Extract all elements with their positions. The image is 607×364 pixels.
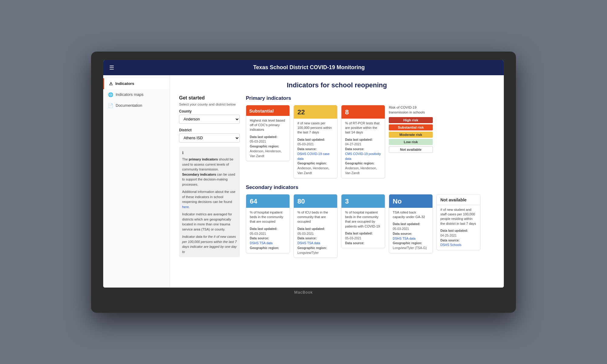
sidebar-item-label: Indicators maps: [116, 92, 144, 97]
indicator-value-3: 3: [341, 194, 385, 208]
geo-value-2: Anderson, Henderson, Van Zandt: [345, 166, 377, 175]
info-text-4: Indicator data for the # of new cases pe…: [182, 234, 237, 254]
indicator-value-na: Not available: [437, 194, 480, 205]
laptop-screen: ☰ Texas School District COVID-19 Monitor…: [103, 60, 504, 288]
sidebar-item-indicators[interactable]: ⚠ Indicators: [103, 78, 170, 89]
county-select[interactable]: Anderson: [179, 115, 240, 124]
geo-label-s1: Geographic region:: [297, 246, 327, 250]
hamburger-icon[interactable]: ☰: [109, 64, 114, 71]
indicator-desc-0: Highest risk level based off of CDC's pr…: [250, 118, 286, 132]
geo-value-s1: Longview/Tyler: [297, 251, 319, 254]
sidebar-item-label: Documentation: [116, 103, 142, 108]
indicator-card-3: 3 % of hospital inpatient beds in the co…: [341, 194, 385, 248]
source-link-s3[interactable]: DSHS TSA data: [393, 237, 415, 240]
county-label: County: [179, 109, 240, 113]
top-bar: ☰ Texas School District COVID-19 Monitor…: [103, 60, 504, 75]
page-title: Indicators for school reopening: [179, 81, 495, 89]
select-county-label: Select your county and district below: [179, 103, 240, 106]
indicator-card-64: 64 % of hospital inpatient beds in the c…: [246, 194, 290, 253]
risk-legend: Risk of COVID-19 transmission in schools…: [389, 105, 433, 154]
indicator-card-substantial: Substantial Highest risk level based off…: [246, 105, 290, 161]
indicator-card-22: 22 # of new cases per 100,000 persons wi…: [293, 105, 337, 178]
indicator-body-na: # of new student and staff cases per 100…: [437, 205, 480, 250]
geo-value-0: Anderson, Henderson, Van Zandt: [250, 149, 282, 158]
indicator-meta-s1: Data last updated: 05-03-2021 Data sourc…: [297, 227, 334, 255]
source-label-s0: Data source:: [250, 236, 269, 240]
updated-value-s4: 04-25-2021: [440, 234, 457, 237]
source-link-s1[interactable]: DSHS TSA data: [297, 241, 320, 245]
primary-section-title: Primary indicators: [246, 95, 495, 101]
info-icon: ℹ: [182, 150, 237, 156]
content-columns: Get started Select your county and distr…: [179, 95, 495, 264]
indicator-body-3: % of hospital inpatient beds in the comm…: [341, 208, 385, 248]
indicator-value-64: 64: [246, 194, 290, 208]
indicator-meta-0: Data last updated: 05-03-2021 Geographic…: [250, 135, 286, 159]
updated-value-0: 05-03-2021: [250, 140, 266, 143]
updated-value-s3: 05-03-2021: [393, 227, 409, 231]
indicator-desc-2: % of RT-PCR tests that are positive with…: [345, 121, 381, 135]
county-select-wrapper: County Anderson: [179, 109, 240, 124]
updated-value-s0: 05-03-2021: [250, 232, 266, 235]
indicator-card-not-available: Not available # of new student and staff…: [436, 194, 480, 251]
updated-label-s0: Data last updated:: [250, 227, 277, 231]
primary-indicators-row: Substantial Highest risk level based off…: [246, 105, 495, 178]
sidebar-item-label: Indicators: [115, 81, 134, 86]
indicator-body-no: TSA rolled back capacity under GA-32 Dat…: [389, 208, 432, 253]
indicator-body-22: # of new cases per 100,000 persons withi…: [294, 119, 337, 178]
app-layout: ⚠ Indicators 🌐 Indicators maps 📄 Documen…: [103, 75, 504, 288]
source-link-2[interactable]: CMS COVID-19 positivity data: [345, 152, 381, 160]
indicator-desc-s1: % of ICU beds in the community that are …: [297, 210, 334, 224]
macbook-label: MacBook: [103, 290, 504, 295]
indicator-value-substantial: Substantial: [246, 105, 290, 116]
warning-icon: ⚠: [109, 81, 113, 86]
info-text-1: The primary indicators should be used to…: [182, 157, 237, 187]
geo-label-1: Geographic region:: [297, 161, 327, 165]
risk-low: Low risk: [389, 139, 433, 145]
info-box: ℹ The primary indicators should be used …: [179, 147, 240, 258]
source-label-1: Data source:: [297, 147, 317, 151]
source-link-s0[interactable]: DSHS TSA data: [250, 241, 273, 245]
updated-value-s1: 05-03-2021: [297, 232, 314, 235]
indicator-desc-s0: % of hospital inpatient beds in the comm…: [250, 210, 286, 224]
info-text-3: Indicator metrics are averaged for distr…: [182, 212, 237, 232]
indicator-meta-s0: Data last updated: 05-03-2021 Data sourc…: [250, 227, 286, 251]
district-select[interactable]: Athens ISD: [179, 133, 240, 143]
indicator-meta-2: Data last updated: 04-27-2021 Data sourc…: [345, 137, 381, 176]
indicator-desc-1: # of new cases per 100,000 persons withi…: [297, 121, 334, 135]
district-select-wrapper: District Athens ISD: [179, 128, 240, 143]
indicator-value-80: 80: [294, 194, 337, 208]
source-label-s2: Data source:: [345, 241, 365, 245]
source-link-s4[interactable]: DSHS Schools: [440, 243, 461, 247]
district-label: District: [179, 128, 240, 132]
risk-title: Risk of COVID-19 transmission in schools: [389, 105, 433, 115]
updated-label-s2: Data last updated:: [345, 231, 373, 235]
source-label-s4: Data source:: [440, 238, 460, 242]
updated-value-1: 05-03-2021: [297, 142, 314, 146]
risk-na: Not available: [389, 146, 433, 153]
right-panel: Primary indicators Substantial Highest r…: [246, 95, 495, 264]
indicator-meta-1: Data last updated: 05-03-2021 Data sourc…: [297, 137, 334, 176]
indicator-body-64: % of hospital inpatient beds in the comm…: [246, 208, 290, 253]
sidebar-item-indicators-maps[interactable]: 🌐 Indicators maps: [103, 89, 170, 100]
risk-substantial: Substantial risk: [389, 124, 433, 130]
updated-label-s4: Data last updated:: [440, 229, 468, 232]
indicator-value-22: 22: [294, 105, 337, 119]
here-link[interactable]: here: [182, 205, 189, 209]
source-label-s1: Data source:: [297, 236, 317, 240]
source-link-1[interactable]: DSHS COVID-19 case data: [297, 152, 330, 160]
get-started-title: Get started: [179, 95, 240, 101]
sidebar: ⚠ Indicators 🌐 Indicators maps 📄 Documen…: [103, 75, 170, 288]
info-text-2: Additional information about the use of …: [182, 189, 237, 209]
updated-value-2: 04-27-2021: [345, 142, 361, 146]
updated-label-s3: Data last updated:: [393, 222, 420, 226]
indicator-body-substantial: Highest risk level based off of CDC's pr…: [246, 116, 290, 161]
sidebar-item-documentation[interactable]: 📄 Documentation: [103, 100, 170, 111]
risk-moderate: Moderate risk: [389, 132, 433, 138]
indicator-body-80: % of ICU beds in the community that are …: [294, 208, 337, 258]
indicator-meta-s3: Data last updated: 05-03-2021 Data sourc…: [393, 222, 429, 251]
geo-label-2: Geographic region:: [345, 161, 375, 165]
laptop-frame: ☰ Texas School District COVID-19 Monitor…: [91, 52, 516, 313]
geo-label-s0: Geographic region:: [250, 246, 279, 250]
indicator-body-8: % of RT-PCR tests that are positive with…: [341, 119, 385, 178]
indicator-card-8: 8 % of RT-PCR tests that are positive wi…: [341, 105, 385, 178]
